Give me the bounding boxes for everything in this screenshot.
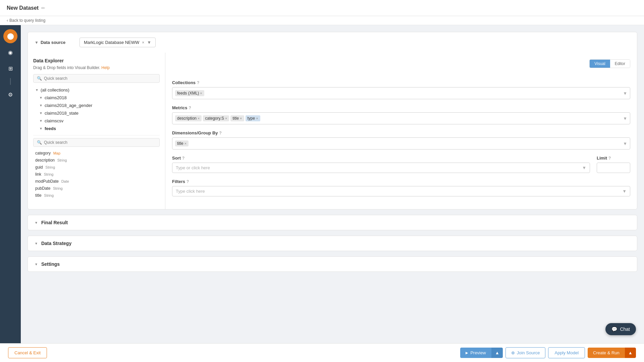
field-row-guid[interactable]: guid String ⊕: [33, 164, 160, 171]
explorer-form-layout: Data Explorer Drag & Drop fields into Vi…: [28, 53, 637, 209]
field-name-description: description: [35, 158, 55, 163]
editor-view-btn[interactable]: Editor: [610, 60, 630, 68]
bottom-right-actions: ▶ Preview ▲ ⊕ Join Source Apply Model Cr…: [460, 347, 636, 358]
back-link[interactable]: ‹ Back to query listing: [0, 16, 644, 25]
settings-card: ▼ Settings: [28, 256, 637, 272]
final-result-header[interactable]: ▼ Final Result: [28, 215, 637, 230]
cancel-exit-button[interactable]: Cancel & Exit: [8, 347, 47, 358]
tree-item-label: claims2018_age_gender: [45, 103, 92, 108]
back-link-text: Back to query listing: [9, 18, 45, 23]
dimensions-section: Dimensions/Group By ? title × ▼: [172, 130, 630, 149]
filters-help-icon[interactable]: ?: [186, 179, 189, 184]
field-name-title: title: [35, 193, 42, 198]
metrics-label: Metrics ?: [172, 105, 630, 110]
metrics-help-icon[interactable]: ?: [189, 106, 191, 110]
tree-item-claims2018[interactable]: ▼ claims2018: [33, 94, 160, 102]
tag-remove-icon[interactable]: ×: [256, 116, 258, 120]
datasource-clear-icon[interactable]: ×: [142, 40, 144, 45]
final-result-card: ▼ Final Result: [28, 215, 637, 230]
tag-label: category.S: [205, 116, 224, 121]
tree-chevron-icon: ▼: [35, 88, 39, 92]
tree-item-claims2018-state[interactable]: ▼ claims2018_state: [33, 109, 160, 117]
collections-help-icon[interactable]: ?: [197, 80, 199, 85]
visual-view-btn[interactable]: Visual: [590, 60, 610, 68]
datasource-dropdown[interactable]: MarkLogic Database NEWW × ▼: [79, 38, 156, 47]
tree-item-all[interactable]: ▼ (all collections): [33, 86, 160, 94]
sidebar-divider: [10, 78, 11, 85]
explorer-help-link[interactable]: Help: [101, 65, 110, 70]
field-row-modpubdate[interactable]: modPubDate Date ⊕: [33, 178, 160, 185]
tree-item-label: claims2018_state: [45, 111, 78, 116]
tree-item-claims2018-age-gender[interactable]: ▼ claims2018_age_gender: [33, 102, 160, 109]
create-run-expand-button[interactable]: ▲: [625, 348, 636, 358]
sort-container: Sort ? Type or click here ▼: [172, 156, 590, 173]
field-type-category: Map: [53, 151, 60, 155]
create-run-button[interactable]: Create & Run: [588, 348, 625, 358]
tree-item-claimscsv[interactable]: ▼ claimscsv: [33, 117, 160, 125]
field-name-link: link: [35, 172, 41, 177]
chat-label: Chat: [620, 326, 630, 332]
filters-dropdown-icon: ▼: [622, 189, 627, 194]
metrics-input[interactable]: description × category.S × title ×: [172, 112, 630, 124]
explorer-search-input[interactable]: [44, 76, 156, 81]
edit-icon[interactable]: ✏: [41, 5, 45, 11]
preview-expand-icon: ▲: [495, 350, 499, 355]
field-row-title[interactable]: title String ⊕: [33, 192, 160, 199]
sidebar-item-home[interactable]: ⬤: [3, 29, 17, 43]
collections-input[interactable]: feeds (XML) × ▼: [172, 87, 630, 99]
field-row-description[interactable]: description String ⊕: [33, 157, 160, 164]
chat-icon: 💬: [611, 326, 617, 332]
top-bar: New Dataset ✏: [0, 0, 644, 16]
limit-input[interactable]: 1000: [597, 163, 630, 173]
sidebar-item-gear[interactable]: ⚙: [3, 87, 17, 102]
collections-tag-feeds-xml: feeds (XML) ×: [175, 90, 204, 96]
fields-search-box[interactable]: 🔍: [33, 138, 160, 147]
sort-help-icon[interactable]: ?: [182, 156, 184, 161]
dimensions-help-icon[interactable]: ?: [219, 131, 222, 135]
join-source-plus-icon: ⊕: [511, 350, 515, 355]
sort-input[interactable]: Type or click here ▼: [172, 163, 590, 173]
tree-item-label: claimscsv: [45, 118, 63, 123]
fields-search-input[interactable]: [44, 140, 156, 145]
tag-remove-icon[interactable]: ×: [225, 116, 227, 120]
limit-container: Limit ? 1000: [597, 156, 630, 173]
dimensions-dropdown-icon: ▼: [623, 141, 627, 146]
explorer-subtitle: Drag & Drop fields into Visual Builder. …: [33, 65, 160, 70]
sidebar-item-table[interactable]: ⊞: [3, 61, 17, 75]
field-row-link[interactable]: link String ⊕: [33, 171, 160, 178]
tree-item-feeds[interactable]: ▼ feeds: [33, 125, 160, 132]
preview-expand-button[interactable]: ▲: [491, 348, 503, 358]
data-source-card: ▼ Data source MarkLogic Database NEWW × …: [28, 32, 637, 209]
dimensions-label: Dimensions/Group By ?: [172, 130, 630, 135]
field-row-pubdate[interactable]: pubDate String ⊕: [33, 185, 160, 192]
preview-button[interactable]: ▶ Preview: [460, 348, 491, 358]
tag-remove-icon[interactable]: ×: [198, 116, 200, 120]
sort-label: Sort ?: [172, 156, 590, 161]
limit-help-icon[interactable]: ?: [608, 156, 611, 161]
dimensions-tag-title: title ×: [175, 140, 189, 146]
collections-section: Collections ? feeds (XML) × ▼: [172, 80, 630, 99]
chat-button[interactable]: 💬 Chat: [605, 323, 636, 335]
tag-remove-icon[interactable]: ×: [184, 141, 186, 145]
tag-remove-icon[interactable]: ×: [240, 116, 242, 120]
page-title: New Dataset: [7, 5, 39, 11]
apply-model-button[interactable]: Apply Model: [548, 347, 585, 358]
tag-label: type: [248, 116, 255, 121]
fields-search-icon: 🔍: [37, 140, 42, 145]
data-strategy-header[interactable]: ▼ Data Strategy: [28, 236, 637, 251]
explorer-search-box[interactable]: 🔍: [33, 74, 160, 83]
preview-play-icon: ▶: [466, 351, 468, 355]
join-source-button[interactable]: ⊕ Join Source: [505, 347, 546, 358]
eye-icon: ◉: [8, 49, 13, 56]
dimensions-input[interactable]: title × ▼: [172, 137, 630, 149]
field-type-pubdate: String: [53, 186, 63, 190]
field-type-description: String: [57, 158, 67, 162]
settings-header[interactable]: ▼ Settings: [28, 257, 637, 272]
data-explorer-panel: Data Explorer Drag & Drop fields into Vi…: [28, 53, 165, 209]
collections-tag-remove-icon[interactable]: ×: [200, 91, 202, 95]
field-row-category[interactable]: category Map ⊕: [33, 149, 160, 157]
datasource-collapse-icon[interactable]: ▼: [35, 40, 39, 45]
sidebar-item-eye[interactable]: ◉: [3, 45, 17, 59]
filters-input[interactable]: Type click here ▼: [172, 186, 630, 196]
datasource-section: ▼ Data source MarkLogic Database NEWW × …: [28, 32, 637, 53]
